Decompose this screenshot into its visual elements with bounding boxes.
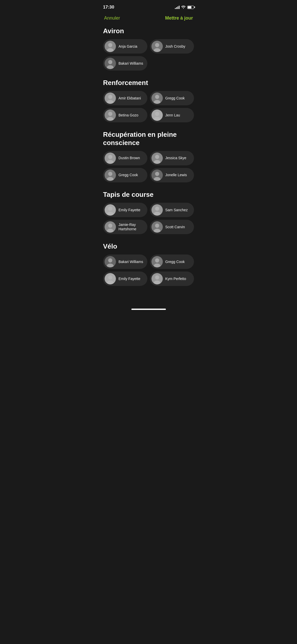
- instructors-grid-recuperation: Dustin Brown Jessica Skye Gregg Cook Jon…: [103, 151, 194, 182]
- signal-icon: [175, 5, 180, 9]
- instructor-name-gregg-cook-3: Gregg Cook: [165, 260, 185, 264]
- instructors-grid-velo: Bakari Williams Gregg Cook Emily Fayette…: [103, 255, 194, 286]
- avatar-amir-ekbatani: [105, 92, 116, 104]
- instructor-card-gregg-cook-2[interactable]: Gregg Cook: [103, 168, 147, 182]
- instructor-name-jenn-lau: Jenn Lau: [165, 113, 180, 117]
- section-title-renforcement: Renforcement: [103, 79, 194, 87]
- instructor-card-jamie-ray[interactable]: Jamie-Ray Hartshorne: [103, 220, 147, 234]
- instructors-grid-renforcement: Amir Ekbatani Gregg Cook Betina Gozo Jen…: [103, 91, 194, 122]
- instructor-name-sam-sanchez: Sam Sanchez: [165, 208, 188, 212]
- avatar-bakari-williams-2: [105, 256, 116, 267]
- section-velo: Vélo Bakari Williams Gregg Cook Emily Fa…: [103, 242, 194, 286]
- avatar-jenn-lau: [151, 109, 163, 121]
- instructor-card-emily-fayette-2[interactable]: Emily Fayette: [103, 272, 147, 286]
- instructor-card-gregg-cook-1[interactable]: Gregg Cook: [150, 91, 194, 105]
- instructor-card-betina-gozo[interactable]: Betina Gozo: [103, 108, 147, 122]
- instructor-card-sam-sanchez[interactable]: Sam Sanchez: [150, 203, 194, 217]
- instructor-name-emily-fayette-1: Emily Fayette: [118, 208, 140, 212]
- instructor-name-jessica-skye: Jessica Skye: [165, 156, 186, 160]
- instructor-name-scott-carvin: Scott Carvin: [165, 225, 185, 229]
- instructor-name-emily-fayette-2: Emily Fayette: [118, 277, 140, 281]
- avatar-emily-fayette-2: [105, 273, 116, 284]
- avatar-dustin-brown: [105, 152, 116, 164]
- svg-point-22: [108, 155, 112, 159]
- instructor-card-amir-ekbatani[interactable]: Amir Ekbatani: [103, 91, 147, 105]
- svg-point-46: [108, 258, 112, 262]
- svg-point-4: [155, 43, 159, 47]
- instructor-name-kym-perfetto: Kym Perfetto: [165, 277, 186, 281]
- avatar-bakari-williams: [105, 58, 116, 69]
- svg-point-10: [108, 95, 112, 99]
- avatar-jamie-ray: [105, 221, 116, 233]
- svg-point-28: [108, 172, 112, 176]
- svg-point-31: [155, 172, 159, 176]
- svg-point-49: [155, 258, 159, 262]
- section-title-aviron: Aviron: [103, 27, 194, 35]
- instructor-name-bakari-williams: Bakari Williams: [118, 61, 143, 66]
- instructor-name-amir-ekbatani: Amir Ekbatani: [118, 96, 141, 100]
- instructor-card-jonelle-lewis[interactable]: Jonelle Lewis: [150, 168, 194, 182]
- svg-point-1: [108, 43, 112, 47]
- svg-point-16: [108, 112, 112, 116]
- instructor-name-gregg-cook-1: Gregg Cook: [165, 96, 185, 100]
- avatar-kym-perfetto: [151, 273, 163, 284]
- instructor-card-gregg-cook-3[interactable]: Gregg Cook: [150, 255, 194, 269]
- instructor-card-kym-perfetto[interactable]: Kym Perfetto: [150, 272, 194, 286]
- nav-bar: Annuler Mettre à jour: [98, 13, 199, 25]
- instructor-name-anja-garcia: Anja Garcia: [118, 44, 137, 49]
- instructor-card-josh-crosby[interactable]: Josh Crosby: [150, 39, 194, 54]
- battery-icon: [187, 6, 194, 9]
- instructor-name-gregg-cook-2: Gregg Cook: [118, 173, 138, 177]
- status-time: 17:30: [103, 5, 114, 10]
- instructor-card-bakari-williams[interactable]: Bakari Williams: [103, 56, 147, 71]
- section-title-recuperation: Récupération en pleine conscience: [103, 131, 194, 147]
- instructor-card-scott-carvin[interactable]: Scott Carvin: [150, 220, 194, 234]
- update-button[interactable]: Mettre à jour: [165, 15, 193, 21]
- instructor-card-anja-garcia[interactable]: Anja Garcia: [103, 39, 147, 54]
- instructor-name-jamie-ray: Jamie-Ray Hartshorne: [118, 223, 144, 231]
- status-icons: [175, 5, 194, 10]
- instructor-card-emily-fayette-1[interactable]: Emily Fayette: [103, 203, 147, 217]
- instructors-grid-tapis: Emily Fayette Sam Sanchez Jamie-Ray Hart…: [103, 203, 194, 234]
- avatar-jonelle-lewis: [151, 170, 163, 181]
- instructor-name-josh-crosby: Josh Crosby: [165, 44, 185, 49]
- avatar-emily-fayette-1: [105, 204, 116, 216]
- avatar-josh-crosby: [151, 41, 163, 52]
- instructor-card-jenn-lau[interactable]: Jenn Lau: [150, 108, 194, 122]
- avatar-sam-sanchez: [151, 204, 163, 216]
- avatar-betina-gozo: [105, 109, 116, 121]
- svg-point-7: [108, 60, 112, 64]
- section-aviron: Aviron Anja Garcia Josh Crosby Bakari Wi…: [103, 27, 194, 71]
- home-indicator: [131, 309, 166, 310]
- instructor-card-jessica-skye[interactable]: Jessica Skye: [150, 151, 194, 165]
- section-title-velo: Vélo: [103, 242, 194, 250]
- instructor-card-bakari-williams-2[interactable]: Bakari Williams: [103, 255, 147, 269]
- instructor-card-dustin-brown[interactable]: Dustin Brown: [103, 151, 147, 165]
- svg-point-55: [155, 275, 159, 279]
- svg-point-40: [108, 224, 112, 228]
- instructor-name-bakari-williams-2: Bakari Williams: [118, 260, 143, 264]
- section-title-tapis: Tapis de course: [103, 191, 194, 199]
- instructor-name-betina-gozo: Betina Gozo: [118, 113, 138, 117]
- instructor-name-jonelle-lewis: Jonelle Lewis: [165, 173, 187, 177]
- avatar-jessica-skye: [151, 152, 163, 164]
- section-renforcement: Renforcement Amir Ekbatani Gregg Cook Be…: [103, 79, 194, 122]
- instructor-name-dustin-brown: Dustin Brown: [118, 156, 140, 160]
- instructors-grid-aviron: Anja Garcia Josh Crosby Bakari Williams: [103, 39, 194, 71]
- svg-point-52: [108, 275, 112, 279]
- svg-point-19: [155, 112, 159, 116]
- cancel-button[interactable]: Annuler: [104, 15, 120, 21]
- avatar-scott-carvin: [151, 221, 163, 233]
- avatar-gregg-cook-1: [151, 92, 163, 104]
- main-content: Aviron Anja Garcia Josh Crosby Bakari Wi…: [98, 25, 199, 304]
- status-bar: 17:30: [98, 0, 199, 13]
- section-tapis: Tapis de course Emily Fayette Sam Sanche…: [103, 191, 194, 234]
- avatar-gregg-cook-3: [151, 256, 163, 267]
- svg-point-37: [155, 207, 159, 211]
- wifi-icon: [181, 5, 186, 10]
- svg-point-34: [108, 207, 112, 211]
- svg-point-13: [155, 95, 159, 99]
- svg-point-25: [155, 155, 159, 159]
- svg-point-43: [155, 224, 159, 228]
- section-recuperation: Récupération en pleine conscience Dustin…: [103, 131, 194, 182]
